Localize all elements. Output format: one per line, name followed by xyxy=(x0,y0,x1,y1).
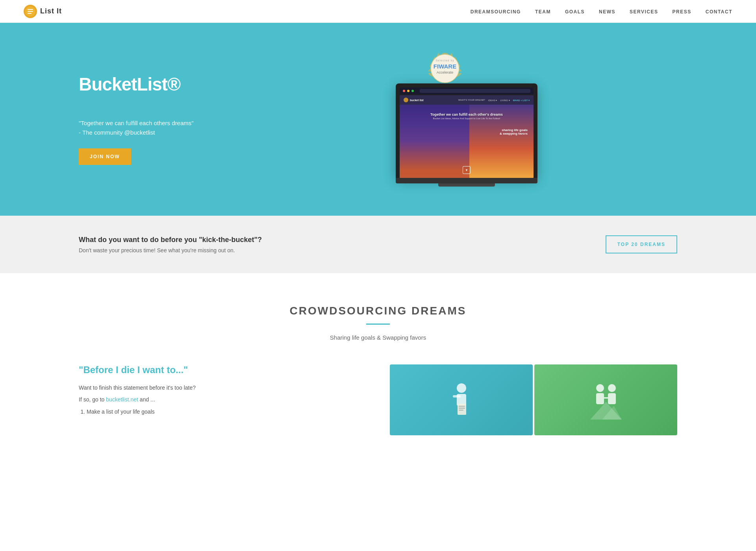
svg-rect-22 xyxy=(453,395,461,398)
card-title: "Before I die I want to..." xyxy=(79,364,366,375)
nav-menu: DREAMSOURCING TEAM GOALS NEWS SERVICES P… xyxy=(471,8,732,15)
screen-headline: Together we can fulfill each other's dre… xyxy=(406,113,527,116)
bucketlist-link[interactable]: bucketlist.net xyxy=(106,396,138,403)
illustration-teal xyxy=(390,364,533,435)
crowdsourcing-left: "Before I die I want to..." Want to fini… xyxy=(79,364,366,417)
mid-banner-subtext: Don't waste your precious time! See what… xyxy=(79,247,262,253)
nav-link-news[interactable]: NEWS xyxy=(599,9,615,15)
card-p2-before: If so, go to xyxy=(79,396,106,403)
brand-name: List It xyxy=(40,7,62,15)
hero-quote-line1: "Together we can fulfill each others dre… xyxy=(79,118,256,128)
svg-rect-23 xyxy=(458,404,466,415)
top-dreams-button[interactable]: TOP 20 DREAMS xyxy=(606,235,677,253)
nav-item-team[interactable]: TEAM xyxy=(535,8,551,15)
svg-rect-30 xyxy=(608,393,616,404)
nav-item-services[interactable]: SERVICES xyxy=(630,8,658,15)
crowdsourcing-right xyxy=(390,364,677,435)
nav-link-goals[interactable]: GOALS xyxy=(565,9,585,15)
svg-text:Accelerate: Accelerate xyxy=(437,70,454,74)
svg-point-20 xyxy=(457,383,466,393)
nav-item-contact[interactable]: CONTACT xyxy=(706,8,732,15)
svg-rect-25 xyxy=(459,408,465,409)
crowdsourcing-section: CROWDSOURCING DREAMS Sharing life goals … xyxy=(0,273,756,467)
svg-rect-26 xyxy=(459,410,463,410)
nav-link-press[interactable]: PRESS xyxy=(673,9,691,15)
crowdsourcing-title: CROWDSOURCING DREAMS xyxy=(79,305,677,317)
brand-icon xyxy=(24,5,37,18)
hero-section: BucketList® "Together we can fulfill eac… xyxy=(0,23,756,216)
svg-text:Selected by: Selected by xyxy=(435,59,454,62)
hero-right: Selected by FIWARE Accelerate xyxy=(256,52,677,187)
nav-link-services[interactable]: SERVICES xyxy=(630,9,658,15)
section-divider xyxy=(366,324,390,325)
svg-rect-4 xyxy=(28,13,32,14)
navbar: List It DREAMSOURCING TEAM GOALS NEWS SE… xyxy=(0,0,756,23)
figure-helping-icon xyxy=(590,380,622,420)
brand-logo[interactable]: List It xyxy=(24,5,62,18)
hero-quote-line2: - The community @bucketlist xyxy=(79,128,256,137)
hero-title: BucketList® xyxy=(79,74,256,95)
svg-point-29 xyxy=(608,384,616,392)
fiware-badge: Selected by FIWARE Accelerate xyxy=(423,48,467,91)
svg-point-27 xyxy=(596,384,604,392)
card-p1: Want to finish this statement before it'… xyxy=(79,383,366,393)
list-item-1: Make a list of your life goals xyxy=(87,407,366,417)
hero-cta-button[interactable]: JOIN NOW xyxy=(79,148,131,165)
crowdsourcing-content: "Before I die I want to..." Want to fini… xyxy=(79,364,677,435)
svg-text:FIWARE: FIWARE xyxy=(434,63,456,70)
screen-subheadline: Bucket List Ideas, Advice And Support to… xyxy=(406,117,527,120)
mid-banner-heading: What do you want to do before you "kick-… xyxy=(79,236,262,244)
nav-link-team[interactable]: TEAM xyxy=(535,9,551,15)
card-p2: If so, go to bucketlist.net and ... xyxy=(79,395,366,405)
mid-banner-section: What do you want to do before you "kick-… xyxy=(0,216,756,273)
nav-item-dreamsourcing[interactable]: DREAMSOURCING xyxy=(471,8,521,15)
nav-item-goals[interactable]: GOALS xyxy=(565,8,585,15)
nav-item-news[interactable]: NEWS xyxy=(599,8,615,15)
mid-banner-text: What do you want to do before you "kick-… xyxy=(79,236,262,253)
nav-link-contact[interactable]: CONTACT xyxy=(706,9,732,15)
illustration-green xyxy=(534,364,677,435)
hero-left: BucketList® "Together we can fulfill eac… xyxy=(79,74,256,165)
nav-item-press[interactable]: PRESS xyxy=(673,8,691,15)
card-p2-after: and ... xyxy=(138,396,155,403)
hero-quote: "Together we can fulfill each others dre… xyxy=(79,118,256,137)
crowdsourcing-subtitle: Sharing life goals & Swapping favors xyxy=(79,334,677,341)
svg-rect-3 xyxy=(28,11,33,12)
svg-rect-28 xyxy=(596,393,604,404)
laptop-mockup: bucket list WHAT'S YOUR DREAM? IDEAS ▾ L… xyxy=(396,83,537,187)
svg-rect-2 xyxy=(28,9,33,10)
svg-rect-24 xyxy=(459,406,465,407)
nav-link-dreamsourcing[interactable]: DREAMSOURCING xyxy=(471,9,521,15)
figure-writing-icon xyxy=(446,380,477,420)
